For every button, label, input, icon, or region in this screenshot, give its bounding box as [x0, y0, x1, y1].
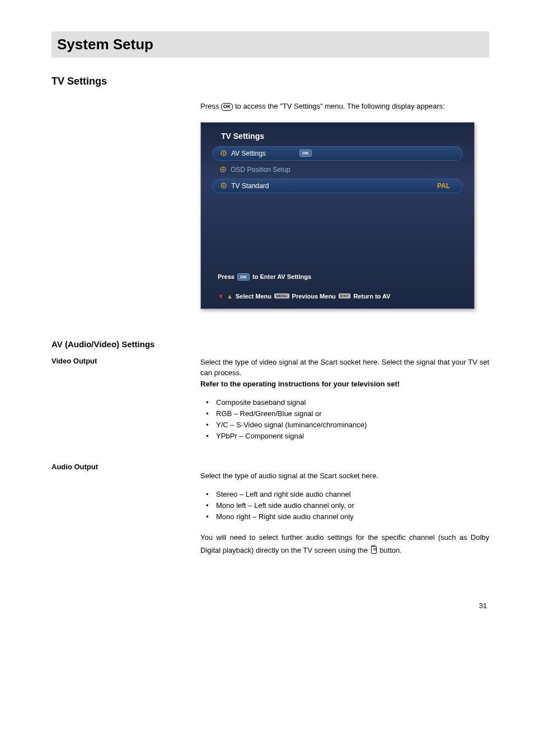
audio-output-list: Stereo – Left and right side audio chann…: [200, 489, 489, 522]
ok-icon: OK: [221, 103, 233, 111]
svg-point-5: [223, 185, 224, 186]
ok-badge-icon: OK: [237, 273, 250, 281]
title-bar: System Setup: [51, 31, 489, 58]
page-number: 31: [51, 601, 489, 610]
menu-row-av-settings: AV Settings OK: [212, 146, 463, 161]
svg-point-3: [222, 169, 224, 170]
page-title: System Setup: [57, 36, 484, 53]
list-item: Mono left – Left side audio channel only…: [200, 500, 489, 511]
ok-badge-icon: OK: [299, 150, 312, 157]
gear-icon: [220, 166, 226, 172]
audio-output-text: Select the type of audio signal at the S…: [200, 470, 489, 482]
menu-row-tv-standard: TV Standard PAL: [212, 179, 463, 193]
arrow-down-icon: ▼: [218, 293, 224, 300]
opt-button-icon: [371, 546, 377, 554]
video-output-list: Composite baseband signal RGB – Red/Gree…: [200, 397, 489, 442]
screenshot-hint: Press OK to Enter AV Settings: [212, 273, 463, 281]
arrow-up-icon: ▲: [227, 293, 233, 300]
audio-output-note: You will need to select further audio se…: [200, 531, 489, 556]
section-heading: TV Settings: [51, 76, 489, 87]
list-item: YPbPr – Component signal: [200, 431, 489, 442]
video-output-label: Video Output: [51, 357, 189, 365]
menu-badge-icon: MENU: [274, 293, 289, 298]
tv-standard-value: PAL: [437, 182, 450, 190]
video-output-text: Select the type of video signal at the S…: [200, 357, 489, 390]
av-settings-heading: AV (Audio/Video) Settings: [51, 339, 489, 349]
screenshot-footer: ▼▲ Select Menu MENU Previous Menu EXIT R…: [212, 293, 463, 300]
list-item: Y/C – S-Video signal (luminance/chromina…: [200, 419, 489, 431]
list-item: Mono right – Right side audio channel on…: [200, 511, 489, 522]
tv-settings-screenshot: TV Settings AV Settings OK OSD Position …: [200, 122, 475, 309]
intro-text: Press OK to access the "TV Settings" men…: [200, 101, 489, 112]
gear-icon: [221, 150, 227, 156]
svg-point-1: [223, 152, 224, 154]
gear-icon: [221, 183, 227, 189]
list-item: Stereo – Left and right side audio chann…: [200, 489, 489, 500]
audio-output-label: Audio Output: [51, 463, 189, 471]
menu-row-osd-position: OSD Position Setup: [212, 162, 463, 177]
list-item: Composite baseband signal: [200, 397, 489, 408]
screenshot-title: TV Settings: [201, 123, 474, 146]
exit-badge-icon: EXIT: [339, 293, 351, 298]
list-item: RGB – Red/Green/Blue signal or: [200, 408, 489, 419]
